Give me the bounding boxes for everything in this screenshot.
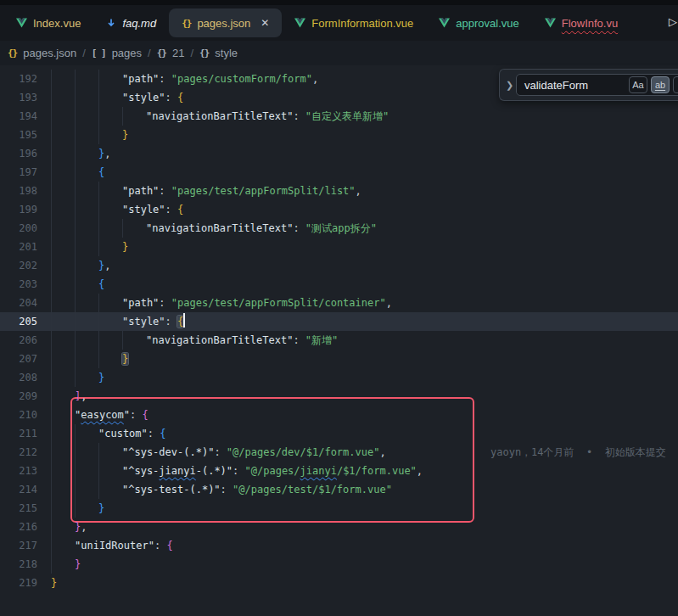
- token: "pages/test/appFormSplit/container": [171, 297, 386, 309]
- token: }: [122, 129, 128, 141]
- breadcrumb-item[interactable]: pages: [112, 47, 142, 59]
- find-widget: ❯ validateForm Aa ab .*: [499, 69, 678, 101]
- token: "^sys-dev-(.*)": [122, 446, 214, 458]
- token: "新增": [305, 334, 338, 346]
- token: "@/pages/dev/$1/form.vue": [227, 446, 380, 458]
- token: {: [177, 204, 183, 216]
- code-line[interactable]: 204"path": "pages/test/appFormSplit/cont…: [0, 294, 678, 312]
- breadcrumb-item[interactable]: pages.json: [23, 47, 76, 59]
- token: "navigationBarTitleText": [146, 334, 293, 346]
- token: ,: [379, 446, 385, 458]
- token: "custom": [98, 428, 148, 440]
- vue-icon: [439, 18, 450, 28]
- token: :: [159, 297, 171, 309]
- tab-faq-md[interactable]: faq.md: [93, 8, 169, 37]
- tab-flowinfo-vu[interactable]: FlowInfo.vu: [532, 8, 630, 37]
- code-line[interactable]: 209],: [0, 387, 678, 406]
- code-line[interactable]: 215}: [0, 499, 678, 518]
- code-text: "easycom": {: [0, 406, 678, 424]
- code-line[interactable]: 197{: [0, 163, 678, 182]
- token: "navigationBarTitleText": [146, 110, 293, 122]
- token: /$1/form.vue": [337, 465, 417, 477]
- code-line[interactable]: 202},: [0, 256, 678, 275]
- code-line[interactable]: 213"^sys-jianyi-(.*)": "@/pages/jianyi/$…: [0, 462, 678, 480]
- token: :: [165, 92, 177, 104]
- code-line[interactable]: 217"uniIdRouter": {: [0, 536, 678, 555]
- token: :: [165, 316, 177, 328]
- tab-overflow-icon[interactable]: ▷: [669, 15, 677, 28]
- cursor-caret: [183, 313, 185, 328]
- find-replace-toggle-icon[interactable]: ❯: [503, 80, 516, 91]
- token: }: [75, 558, 81, 570]
- code-line[interactable]: 207}: [0, 350, 678, 368]
- code-text: },: [0, 144, 678, 163]
- tab-label: faq.md: [122, 17, 156, 30]
- code-text: },: [0, 518, 678, 536]
- code-line[interactable]: 211"custom": {: [0, 424, 678, 443]
- code-text: }: [0, 126, 678, 144]
- code-line[interactable]: 219}: [0, 574, 678, 592]
- vscode-window: { "icons": { "tab_overflow": "▷", "find_…: [0, 0, 678, 616]
- regex-button[interactable]: .*: [673, 76, 678, 93]
- breadcrumb-separator: /: [82, 47, 86, 59]
- braces-icon: {}: [157, 48, 166, 59]
- tab-pages-json[interactable]: {}pages.json✕: [169, 8, 282, 37]
- code-line[interactable]: 214"^sys-test-(.*)": "@/pages/test/$1/fo…: [0, 480, 678, 499]
- find-input[interactable]: validateForm Aa ab .*: [516, 74, 678, 96]
- tab-approval-vue[interactable]: approval.vue: [426, 8, 531, 37]
- find-query-text: validateForm: [524, 79, 625, 92]
- tab-label: Index.vue: [33, 17, 81, 30]
- token: "^sys-: [122, 465, 159, 477]
- token: "测试app拆分": [305, 222, 377, 234]
- tab-forminformation-vue[interactable]: FormInformation.vue: [282, 8, 426, 37]
- token: ,: [104, 260, 110, 272]
- code-text: "style": {: [0, 312, 678, 331]
- code-text: "^sys-jianyi-(.*)": "@/pages/jianyi/$1/f…: [0, 462, 678, 480]
- code-text: ],: [0, 387, 678, 406]
- whole-word-button[interactable]: ab: [651, 76, 670, 93]
- token: ,: [312, 73, 318, 85]
- token: ,: [417, 465, 423, 477]
- breadcrumb-item[interactable]: style: [215, 47, 238, 59]
- code-line[interactable]: 201}: [0, 238, 678, 256]
- code-text: "path": "pages/test/appFormSplit/contain…: [0, 294, 678, 312]
- code-line[interactable]: 210"easycom": {: [0, 406, 678, 424]
- code-line[interactable]: 205"style": {: [0, 312, 678, 331]
- token: :: [165, 204, 177, 216]
- match-case-button[interactable]: Aa: [629, 76, 647, 93]
- token: {: [98, 278, 104, 290]
- editor[interactable]: 192"path": "pages/customForm/form",193"s…: [0, 65, 678, 616]
- token: ,: [81, 521, 87, 533]
- token: "@/pages/: [245, 465, 300, 477]
- code-text: "navigationBarTitleText": "测试app拆分": [0, 219, 678, 238]
- code-line[interactable]: 208}: [0, 368, 678, 387]
- code-line[interactable]: 218}: [0, 555, 678, 574]
- token: }: [122, 241, 128, 253]
- vue-icon: [16, 18, 27, 28]
- token: :: [148, 428, 160, 440]
- git-blame-text: yaoyn，14个月前 • 初始版本提交: [490, 443, 666, 462]
- breadcrumb-separator: /: [190, 47, 193, 59]
- code-line[interactable]: 200"navigationBarTitleText": "测试app拆分": [0, 219, 678, 238]
- code-line[interactable]: 203{: [0, 275, 678, 294]
- tab-index-vue[interactable]: Index.vue: [3, 8, 93, 37]
- code-text: }: [0, 350, 678, 368]
- code-text: },: [0, 256, 678, 275]
- token: jianyi: [300, 465, 337, 477]
- code-line[interactable]: 194"navigationBarTitleText": "自定义表单新增": [0, 107, 678, 126]
- code-line[interactable]: 196},: [0, 144, 678, 163]
- braces-icon: {}: [182, 18, 191, 29]
- close-icon[interactable]: ✕: [261, 17, 269, 29]
- code-text: "style": {: [0, 200, 678, 219]
- code-line[interactable]: 206"navigationBarTitleText": "新增": [0, 331, 678, 350]
- token: :: [293, 222, 305, 234]
- code-line[interactable]: 198"path": "pages/test/appFormSplit/list…: [0, 182, 678, 200]
- token: "navigationBarTitleText": [146, 222, 293, 234]
- code-line[interactable]: 212"^sys-dev-(.*)": "@/pages/dev/$1/form…: [0, 443, 678, 462]
- code-line[interactable]: 199"style": {: [0, 200, 678, 219]
- token: :: [221, 484, 233, 496]
- code-line[interactable]: 195}: [0, 126, 678, 144]
- code-text: }: [0, 574, 678, 592]
- code-line[interactable]: 216},: [0, 518, 678, 536]
- breadcrumb-item[interactable]: 21: [172, 47, 184, 59]
